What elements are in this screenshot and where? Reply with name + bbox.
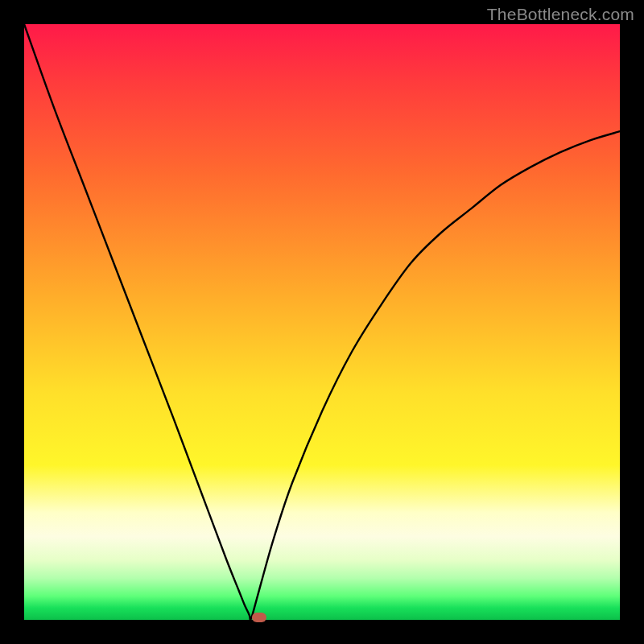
plot-area	[24, 24, 620, 620]
watermark-text: TheBottleneck.com	[487, 5, 634, 24]
curve-layer	[24, 24, 620, 620]
minimum-marker	[252, 613, 266, 622]
bottleneck-curve	[24, 24, 620, 620]
chart-frame: TheBottleneck.com	[0, 0, 644, 644]
